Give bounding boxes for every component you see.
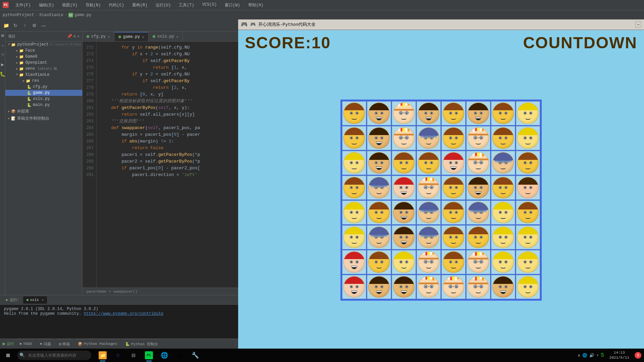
menu-code[interactable]: 代码(C) [107,2,125,9]
network-icon[interactable]: 🌐 [582,353,587,358]
game-cell[interactable] [342,176,366,200]
menu-tools[interactable]: 工具(T) [177,2,196,9]
taskbar-pycharm[interactable]: PC [142,349,156,362]
start-button[interactable]: ⊞ [0,349,16,362]
tree-gamepy[interactable]: 🐍 game.py [5,90,82,96]
tree-mainpy[interactable]: 🐍 main.py [5,102,82,108]
breadcrumb-file[interactable]: game.py [74,13,91,17]
game-cell[interactable] [342,200,366,225]
menu-window[interactable]: 窗口(W) [223,2,241,9]
game-cell[interactable] [367,176,391,200]
debug-icon[interactable]: 🐛 [0,71,5,77]
taskbar-search[interactable]: ○ [111,349,125,362]
tree-face[interactable]: ▶ 📁 Face [5,48,82,54]
game-cell[interactable] [466,250,490,274]
game-cell[interactable] [367,101,391,125]
tree-res[interactable]: ▶ 📁 res [5,78,82,84]
game-cell[interactable] [367,126,391,150]
game-minimize-btn[interactable]: — [635,21,641,27]
tree-xxlspy[interactable]: 🐍 xxls.py [5,96,82,102]
game-cell[interactable] [466,101,490,125]
game-cell[interactable] [367,275,391,299]
sidebar-pin-icon[interactable]: 📌 [67,34,72,39]
menu-nav[interactable]: 导航(N) [84,2,102,9]
code-editor[interactable]: 272273274275 276277278279 280281282283 2… [83,42,238,288]
game-cell[interactable] [441,200,466,225]
game-cell[interactable] [491,225,515,249]
menu-file[interactable]: 文件(F) [14,2,32,9]
game-cell[interactable] [342,151,366,175]
tree-openplant[interactable]: ▶ 📁 Openplant [5,60,82,66]
game-cell[interactable] [516,225,540,249]
game-cell[interactable] [342,225,366,249]
console-tab[interactable]: 🐍 Python 控制台 [122,339,160,349]
game-cell[interactable] [392,275,416,299]
tray-arrow[interactable]: ∧ [578,353,580,358]
sidebar-gear-icon[interactable]: ⚙ [73,34,76,39]
breadcrumb-folder[interactable]: XiaoXiaoLe [39,13,63,17]
game-cell[interactable] [342,275,366,299]
toolbar-settings-btn[interactable]: ⚙ [30,21,38,29]
game-cell[interactable] [441,126,466,150]
tree-game8[interactable]: ▶ 📁 Game8 [5,54,82,60]
system-clock[interactable]: 14:13 2021/6/11 [607,350,632,361]
menu-vcs[interactable]: VCS(S) [201,2,218,9]
game-cell[interactable] [417,101,441,125]
game-cell[interactable] [392,250,416,274]
run-left-icon[interactable]: ▶ [1,62,4,67]
game-cell[interactable] [367,250,391,274]
toolbar-minimize-btn[interactable]: — [40,21,48,29]
pygame-link[interactable]: https://www.pygame.org/contribute [84,311,164,316]
game-cell[interactable] [417,250,441,274]
volume-icon[interactable]: 🔊 [589,353,594,358]
game-cell[interactable] [466,200,490,225]
game-cell[interactable] [342,250,366,274]
game-cell[interactable] [516,101,540,125]
game-cell[interactable] [441,225,466,249]
tree-xiaoxiaole[interactable]: ▼ 📁 XiaoXiaoLe [5,72,82,78]
issues-tab[interactable]: ● 问题 [37,339,54,349]
game-cell[interactable] [392,151,416,175]
game-cell[interactable] [516,151,540,175]
game-cell[interactable] [441,250,466,274]
game-cell[interactable] [491,101,515,125]
tree-root[interactable]: ▼ 📁 pythonProject C:\Users\37364 [5,42,82,48]
game-cell[interactable] [441,151,466,175]
game-cell[interactable] [417,126,441,150]
game-cell[interactable] [491,176,515,200]
game-cell[interactable] [367,200,391,225]
breadcrumb-project[interactable]: pythonProject [3,13,34,17]
game-cell[interactable] [417,275,441,299]
game-cell[interactable] [516,200,540,225]
game-cell[interactable] [441,101,466,125]
toolbar-refresh-btn[interactable]: ↻ [11,21,19,29]
game-cell[interactable] [491,200,515,225]
game-cell[interactable] [367,151,391,175]
packages-tab[interactable]: 📦 Python Packages [75,339,120,349]
taskbar-explorer[interactable]: 📁 [95,349,110,362]
notification-badge[interactable]: 3 [635,352,641,359]
git-icon[interactable]: ⑂ [1,52,4,58]
terminal-tab-btn[interactable]: ⊞ 终端 [56,339,73,349]
search-input[interactable] [17,351,91,360]
tab-gamepy[interactable]: game.py ✕ [114,32,149,41]
game-cell[interactable] [516,176,540,200]
game-cell[interactable] [392,225,416,249]
game-cell[interactable] [466,225,490,249]
tab-xxlspy[interactable]: xxls.py ✕ [149,32,183,41]
tree-cfgpy[interactable]: 🐍 cfg.py [5,84,82,90]
tree-external[interactable]: ▶ 📦 外部库 [5,108,82,115]
game-cell[interactable] [466,275,490,299]
menu-view[interactable]: 视图(V) [61,2,79,9]
menu-edit[interactable]: 编辑(E) [38,2,56,9]
game-cell[interactable] [392,200,416,225]
terminal-tab-xxls[interactable]: xxls ✕ [23,296,47,304]
game-cell[interactable] [516,275,540,299]
game-cell[interactable] [466,151,490,175]
xxls-close[interactable]: ✕ [42,298,44,302]
game-cell[interactable] [466,176,490,200]
game-cell[interactable] [417,176,441,200]
game-cell[interactable] [342,101,366,125]
game-cell[interactable] [417,200,441,225]
game-cell[interactable] [342,126,366,150]
